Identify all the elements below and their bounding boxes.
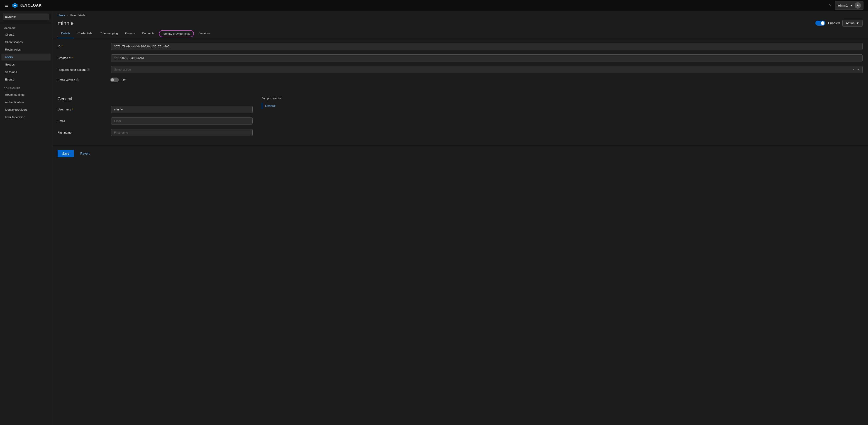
page-header: minnie Enabled Action ▼ bbox=[52, 20, 868, 29]
action-label: Action bbox=[846, 21, 855, 25]
email-verified-toggle[interactable] bbox=[110, 78, 119, 82]
keycloak-logo-icon bbox=[12, 2, 18, 9]
breadcrumb-current: User details bbox=[70, 13, 86, 17]
required-user-actions-row: Required user actions ⓘ Select action ✕ … bbox=[58, 66, 863, 73]
tabs-container: Details Credentials Role mapping Groups … bbox=[52, 29, 868, 38]
form-actions: Save Revert bbox=[52, 146, 868, 161]
email-label: Email bbox=[58, 118, 107, 123]
select-actions: ✕ ▼ bbox=[852, 68, 860, 71]
first-name-input[interactable] bbox=[111, 129, 253, 136]
username-input[interactable] bbox=[111, 106, 253, 113]
sidebar-item-clients[interactable]: Clients bbox=[1, 31, 51, 38]
required-user-actions-select[interactable]: Select action ✕ ▼ bbox=[111, 66, 863, 73]
user-menu[interactable]: admin1 ▼ A bbox=[835, 1, 864, 10]
chevron-down-icon: ▼ bbox=[849, 4, 853, 7]
clear-icon[interactable]: ✕ bbox=[852, 68, 855, 71]
manage-section-label: Manage bbox=[0, 23, 52, 31]
page-title: minnie bbox=[58, 20, 812, 26]
first-name-field-row: First name bbox=[58, 129, 253, 136]
hamburger-icon[interactable]: ☰ bbox=[4, 3, 8, 8]
breadcrumb-users-link[interactable]: Users bbox=[58, 13, 65, 17]
sidebar-item-realm-roles[interactable]: Realm roles bbox=[1, 46, 51, 53]
realm-select[interactable]: myrealm bbox=[3, 13, 49, 20]
sidebar-item-groups[interactable]: Groups bbox=[1, 61, 51, 68]
action-chevron-icon: ▼ bbox=[856, 21, 859, 25]
created-at-input[interactable] bbox=[111, 54, 863, 61]
first-name-label: First name bbox=[58, 129, 107, 134]
id-input[interactable] bbox=[111, 43, 863, 50]
topbar: ☰ KEYCLOAK ? admin1 ▼ A bbox=[0, 0, 868, 11]
page-header-controls: Enabled Action ▼ bbox=[815, 20, 863, 27]
form-main: General Username * Email Fi bbox=[58, 97, 253, 141]
tab-sessions[interactable]: Sessions bbox=[195, 29, 214, 38]
sidebar-item-sessions[interactable]: Sessions bbox=[1, 68, 51, 75]
svg-point-2 bbox=[14, 4, 16, 6]
breadcrumb: Users › User details bbox=[52, 11, 868, 20]
tab-identity-provider-links[interactable]: Identity provider links bbox=[159, 30, 194, 37]
email-field-row: Email bbox=[58, 118, 253, 124]
sidebar-item-authentication[interactable]: Authentication bbox=[1, 99, 51, 106]
email-verified-label: Email verified ⓘ bbox=[58, 78, 107, 82]
tab-credentials[interactable]: Credentials bbox=[74, 29, 96, 38]
content-area: Users › User details minnie Enabled Acti… bbox=[52, 11, 868, 425]
username-label: admin1 bbox=[837, 4, 848, 7]
sidebar-item-identity-providers[interactable]: Identity providers bbox=[1, 106, 51, 113]
form-area: General Username * Email Fi bbox=[52, 91, 868, 146]
required-user-actions-label: Required user actions ⓘ bbox=[58, 66, 107, 72]
tab-details[interactable]: Details bbox=[58, 29, 74, 38]
toggle-slider bbox=[815, 21, 825, 26]
required-user-actions-select-wrapper: Select action ✕ ▼ bbox=[111, 66, 863, 73]
tab-role-mapping[interactable]: Role mapping bbox=[96, 29, 122, 38]
sidebar-item-users[interactable]: Users bbox=[1, 54, 51, 61]
sidebar: myrealm Manage Clients Client scopes Rea… bbox=[0, 11, 52, 425]
action-button[interactable]: Action ▼ bbox=[842, 20, 863, 27]
main-layout: myrealm Manage Clients Client scopes Rea… bbox=[0, 11, 868, 425]
help-icon[interactable]: ? bbox=[829, 3, 831, 8]
configure-section-label: Configure bbox=[0, 83, 52, 91]
username-required-star: * bbox=[72, 108, 73, 111]
created-at-label: Created at * bbox=[58, 54, 107, 60]
enabled-label: Enabled bbox=[828, 21, 840, 25]
save-button[interactable]: Save bbox=[58, 150, 74, 157]
required-user-actions-info-icon: ⓘ bbox=[87, 68, 90, 72]
id-required-star: * bbox=[61, 45, 63, 48]
avatar: A bbox=[855, 2, 861, 9]
enabled-toggle[interactable] bbox=[815, 21, 825, 26]
username-label: Username * bbox=[58, 106, 107, 111]
email-verified-status: Off bbox=[122, 78, 125, 82]
email-verified-info-icon: ⓘ bbox=[76, 78, 79, 82]
username-field-row: Username * bbox=[58, 106, 253, 113]
breadcrumb-separator: › bbox=[67, 13, 68, 17]
email-verified-row: Email verified ⓘ Off bbox=[58, 78, 863, 82]
created-at-required-star: * bbox=[72, 56, 73, 60]
email-input[interactable] bbox=[111, 118, 253, 124]
revert-button[interactable]: Revert bbox=[76, 150, 93, 157]
sidebar-item-realm-settings[interactable]: Realm settings bbox=[1, 91, 51, 98]
logo-text: KEYCLOAK bbox=[20, 3, 42, 7]
sidebar-item-client-scopes[interactable]: Client scopes bbox=[1, 38, 51, 45]
sidebar-item-user-federation[interactable]: User federation bbox=[1, 114, 51, 121]
tab-groups[interactable]: Groups bbox=[122, 29, 138, 38]
logo: KEYCLOAK bbox=[12, 2, 42, 9]
jump-to-section-label: Jump to section bbox=[262, 97, 307, 100]
dropdown-icon[interactable]: ▼ bbox=[857, 68, 860, 71]
general-section-header: General bbox=[58, 97, 253, 101]
form-side: Jump to section General bbox=[262, 97, 307, 141]
tab-consents[interactable]: Consents bbox=[138, 29, 158, 38]
email-verified-slider bbox=[110, 78, 119, 82]
jump-item-general[interactable]: General bbox=[262, 103, 307, 109]
select-placeholder: Select action bbox=[114, 68, 131, 71]
top-fields: ID * Created at * Required user actions … bbox=[52, 38, 868, 91]
realm-selector[interactable]: myrealm bbox=[0, 11, 52, 23]
id-label: ID * bbox=[58, 43, 107, 48]
id-field-row: ID * bbox=[58, 43, 863, 50]
created-at-field-row: Created at * bbox=[58, 54, 863, 61]
sidebar-item-events[interactable]: Events bbox=[1, 76, 51, 83]
